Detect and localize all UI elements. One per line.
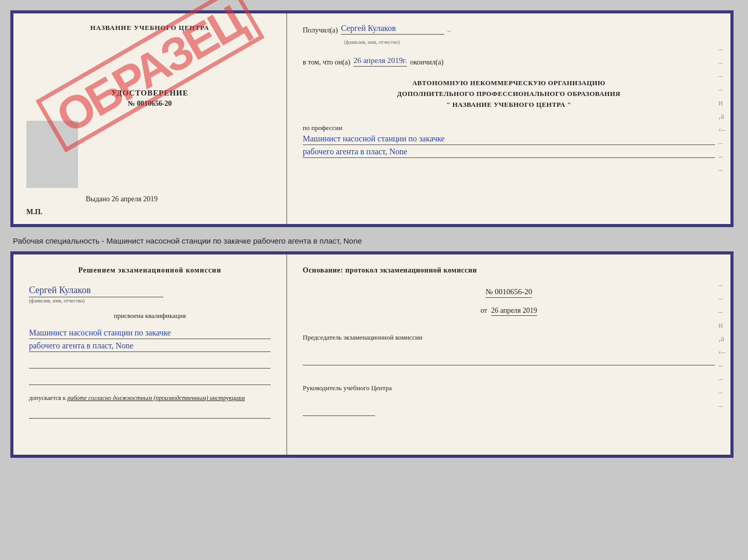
bdash-5: –	[719, 374, 725, 383]
between-text: Рабочая специальность - Машинист насосно…	[10, 232, 738, 246]
kval-section: Машинист насосной станции по закачке раб…	[29, 326, 271, 352]
bottom-date-line: от 26 апреля 2019	[303, 307, 715, 315]
udostoverenie-label: УДОСТОВЕРЕНИЕ	[111, 89, 189, 98]
blank-line-1	[29, 359, 271, 369]
top-left-panel: НАЗВАНИЕ УЧЕБНОГО ЦЕНТРА ОБРАЗЕЦ УДОСТОВ…	[13, 13, 287, 224]
page-wrapper: НАЗВАНИЕ УЧЕБНОГО ЦЕНТРА ОБРАЗЕЦ УДОСТОВ…	[10, 10, 738, 458]
dash-2: –	[719, 58, 725, 67]
familiya-hint-top: (фамилия, имя, отчество)	[344, 37, 715, 46]
vydano-line: Выдано 26 апреля 2019	[86, 195, 158, 203]
bdash-i: и	[719, 321, 725, 330]
ot-label: от	[480, 307, 487, 314]
right-dashes-top: – – – – и ,а ‹– – – –	[719, 44, 725, 174]
dash-separator: –	[447, 26, 451, 35]
prisvoena-label: присвоена квалификация	[29, 312, 271, 320]
poluchil-value: Сергей Кулаков	[341, 24, 444, 35]
dopuskaetsya-work: работе согласно должностным (производств…	[67, 394, 245, 402]
predsedatel-label: Председатель экзаменационной комиссии	[303, 333, 715, 342]
familiya-hint-text: (фамилия, имя, отчество)	[344, 39, 400, 45]
bdash-2: –	[719, 294, 725, 303]
dopuskaetsya-label: допускается к	[29, 394, 66, 402]
okonchil-label: окончил(а)	[410, 58, 444, 67]
blank-line-3	[29, 409, 271, 419]
date-value: 26 апреля 2019г.	[353, 56, 407, 67]
block-text-section: АВТОНОМНУЮ НЕКОММЕРЧЕСКУЮ ОРГАНИЗАЦИЮ ДО…	[303, 78, 715, 110]
poluchil-label: Получил(а)	[303, 26, 338, 35]
predsedatel-signature	[303, 353, 715, 365]
profession-line-1: Машинист насосной станции по закачке	[303, 134, 715, 145]
bdash-arrow: ‹–	[719, 347, 725, 357]
between-text-line1: Рабочая специальность - Машинист насосно…	[13, 236, 362, 245]
bdash-3: –	[719, 307, 725, 316]
dash-6: –	[719, 152, 725, 161]
dash-a: ,а	[719, 111, 725, 121]
bdash-a: ,а	[719, 334, 725, 343]
bottom-name-hint: (фамилия, имя, отчество)	[29, 298, 271, 303]
po-professii-label: по профессии	[303, 124, 715, 132]
bdash-1: –	[719, 280, 725, 290]
top-center-title: НАЗВАНИЕ УЧЕБНОГО ЦЕНТРА	[90, 24, 210, 32]
bottom-left-panel: Решением экзаменационной комиссии Сергей…	[13, 254, 287, 455]
mp-label: М.П.	[26, 208, 42, 216]
bdash-7: –	[719, 401, 725, 410]
dash-5: –	[719, 138, 725, 148]
resheniem-label: Решением экзаменационной комиссии	[29, 265, 271, 276]
bottom-name-section: Сергей Кулаков (фамилия, имя, отчество)	[29, 285, 271, 303]
dopuskaetsya-section: допускается к работе согласно должностны…	[29, 394, 271, 402]
bdash-4: –	[719, 361, 725, 370]
top-right-panel: Получил(а) Сергей Кулаков – (фамилия, им…	[287, 13, 730, 224]
poluchil-row: Получил(а) Сергей Кулаков –	[303, 24, 715, 35]
top-document: НАЗВАНИЕ УЧЕБНОГО ЦЕНТРА ОБРАЗЕЦ УДОСТОВ…	[10, 10, 734, 227]
block-text-3: " НАЗВАНИЕ УЧЕБНОГО ЦЕНТРА "	[303, 100, 715, 110]
vtomchto-label: в том, что он(а)	[303, 58, 350, 67]
bdash-6: –	[719, 388, 725, 397]
predsedatel-section: Председатель экзаменационной комиссии	[303, 329, 715, 365]
osnovanie-label: Основание: протокол экзаменационной коми…	[303, 265, 715, 276]
top-doc-number: № 0010656-20	[111, 100, 189, 108]
date-row: в том, что он(а) 26 апреля 2019г. окончи…	[303, 56, 715, 67]
rukovoditel-section: Руководитель учебного Центра	[303, 379, 715, 416]
rukovoditel-signature	[303, 403, 375, 416]
block-text-1: АВТОНОМНУЮ НЕКОММЕРЧЕСКУЮ ОРГАНИЗАЦИЮ	[303, 78, 715, 89]
bottom-document: Решением экзаменационной комиссии Сергей…	[10, 251, 734, 458]
proto-number: № 0010656-20	[486, 287, 533, 298]
bottom-name-value: Сергей Кулаков	[29, 285, 163, 297]
bottom-right-panel: Основание: протокол экзаменационной коми…	[287, 254, 730, 455]
blank-line-2	[29, 376, 271, 385]
profession-section: по профессии Машинист насосной станции п…	[303, 121, 715, 158]
right-dashes-bottom: – – – и ,а ‹– – – – –	[719, 280, 725, 410]
profession-line-2: рабочего агента в пласт, None	[303, 147, 715, 158]
dash-3: –	[719, 71, 725, 81]
dash-arrow: ‹–	[719, 125, 725, 134]
proto-number-section: № 0010656-20	[303, 287, 715, 298]
dash-i: и	[719, 98, 725, 107]
udostoverenie-section: УДОСТОВЕРЕНИЕ № 0010656-20	[111, 78, 189, 108]
kval-line-1: Машинист насосной станции по закачке	[29, 328, 271, 339]
bottom-date-value: 26 апреля 2019	[491, 307, 537, 316]
rukovoditel-label: Руководитель учебного Центра	[303, 383, 715, 393]
photo-placeholder	[26, 121, 78, 188]
dash-1: –	[719, 44, 725, 54]
kval-line-2: рабочего агента в пласт, None	[29, 341, 271, 352]
block-text-2: ДОПОЛНИТЕЛЬНОГО ПРОФЕССИОНАЛЬНОГО ОБРАЗО…	[303, 89, 715, 100]
dash-7: –	[719, 165, 725, 174]
dash-4: –	[719, 85, 725, 94]
